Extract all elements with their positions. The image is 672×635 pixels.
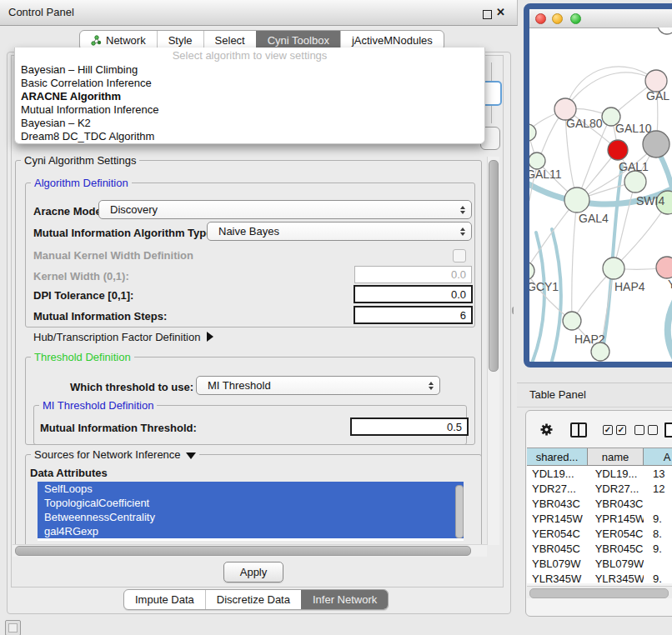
collapse-down-icon <box>186 452 196 459</box>
network-canvas[interactable]: GALGAL80GAL10GAL11GAL1SWI4GAL4GCY1HAP4YH… <box>529 28 672 362</box>
network-node-gal1[interactable] <box>624 171 646 192</box>
mac-minimize-button[interactable] <box>552 13 563 24</box>
network-node-top-right[interactable] <box>658 28 672 34</box>
table-cell: YBR043C <box>527 498 588 510</box>
network-node-label: GAL <box>646 89 669 102</box>
network-node-gal11[interactable] <box>529 152 545 169</box>
kernel-width-field[interactable]: 0.0 <box>354 266 472 283</box>
algorithm-option-bayesian-k2[interactable]: Bayesian – K2 <box>15 117 484 130</box>
cyni-settings-legend: Cyni Algorithm Settings <box>21 154 139 167</box>
table-cell: YPR145W <box>527 512 588 525</box>
table-row[interactable]: YER054CYER054C8. <box>527 526 672 541</box>
checked-column-icon[interactable]: ✓ <box>603 425 613 435</box>
network-node-gal4[interactable] <box>564 188 589 212</box>
table-cell: YBR043C <box>588 498 644 510</box>
table-row[interactable]: YBL079WYBL079W <box>527 556 672 571</box>
tab-infer-network[interactable]: Infer Network <box>301 590 388 609</box>
table-row[interactable]: YBR045CYBR045C9. <box>527 541 672 556</box>
network-node-bottom[interactable] <box>591 342 609 361</box>
attribute-item-selfloops[interactable]: SelfLoops <box>38 482 464 496</box>
table-row[interactable]: YLR345WYLR345W9. <box>527 571 672 583</box>
table-row[interactable]: YDL19...YDL19...13 <box>527 466 672 481</box>
attribute-item-gal4rgexp[interactable]: gal4RGexp <box>38 524 464 538</box>
mi-steps-field[interactable]: 6 <box>354 306 473 324</box>
settings-horizontal-scrollbar-thumb[interactable] <box>15 546 471 556</box>
table-horizontal-scrollbar[interactable] <box>527 586 672 598</box>
mi-algorithm-type-label: Mutual Information Algorithm Type: <box>33 227 216 239</box>
tab-discretize-data[interactable]: Discretize Data <box>205 590 301 609</box>
column-header-a[interactable]: A <box>644 448 672 465</box>
float-panel-icon[interactable] <box>483 10 492 19</box>
aracne-mode-value: Discovery <box>110 203 158 216</box>
mi-algorithm-type-combo[interactable]: Naive Bayes <box>207 222 472 241</box>
tab-label: Infer Network <box>313 593 377 606</box>
table-row[interactable]: YBR043CYBR043C <box>527 496 672 511</box>
table-cell: 8. <box>644 528 672 540</box>
manual-kernel-checkbox[interactable] <box>453 249 466 262</box>
network-node-hap4[interactable] <box>603 258 624 279</box>
algorithm-dropdown-placeholder: Select algorithm to view settings <box>15 48 484 63</box>
attribute-item-topologicalcoefficient[interactable]: TopologicalCoefficient <box>38 496 464 510</box>
apply-button[interactable]: Apply <box>223 562 283 582</box>
tab-label: Cyni Toolbox <box>268 34 329 47</box>
tab-label: Select <box>215 34 245 47</box>
network-node-gray-node[interactable] <box>643 131 669 158</box>
algorithm-option-mutual-information-inference[interactable]: Mutual Information Inference <box>15 103 484 117</box>
which-threshold-label: Which threshold to use: <box>70 381 193 393</box>
mi-threshold-field[interactable]: 0.5 <box>350 418 469 436</box>
sources-legend[interactable]: Sources for Network Inference <box>31 448 199 461</box>
network-node-red-node[interactable] <box>608 140 628 160</box>
algorithm-option-dream8-dc-tdc-algorithm[interactable]: Dream8 DC_TDC Algorithm <box>15 130 484 143</box>
algorithm-option-basic-correlation-inference[interactable]: Basic Correlation Inference <box>15 77 484 90</box>
checked-column-icon[interactable]: ✓ <box>616 425 626 435</box>
aracne-mode-label: Aracne Mode: <box>33 205 105 218</box>
network-window-titlebar[interactable] <box>529 9 672 28</box>
aracne-mode-combo[interactable]: Discovery <box>98 200 472 219</box>
network-node-pink-right[interactable] <box>656 257 672 278</box>
algorithm-option-bayesian-hill-climbing[interactable]: Bayesian – Hill Climbing <box>15 63 484 77</box>
split-columns-icon[interactable] <box>570 422 587 438</box>
table-panel-body: ✓ ✓ shared...nameA YDL19...YDL19...13YDR… <box>525 410 672 617</box>
table-cell: YBR045C <box>527 542 588 555</box>
table-horizontal-scrollbar-thumb[interactable] <box>529 588 669 598</box>
network-node-left-small[interactable] <box>529 124 536 141</box>
table-cell: YDR27... <box>588 482 644 495</box>
table-toolbar: ✓ ✓ <box>526 411 672 448</box>
tab-label: Style <box>168 34 193 47</box>
mac-close-button[interactable] <box>535 13 546 24</box>
network-node-gcy1[interactable] <box>529 262 534 280</box>
column-header-shared[interactable]: shared... <box>527 448 588 465</box>
unchecked-column-icon[interactable] <box>648 425 658 435</box>
table-panel-title: Table Panel <box>529 388 586 401</box>
tab-label: Discretize Data <box>217 593 290 606</box>
column-header-name[interactable]: name <box>588 448 644 465</box>
table-row[interactable]: YDR27...YDR27...12 <box>527 481 672 496</box>
control-panel-title: Control Panel <box>8 6 74 18</box>
dpi-tolerance-label: DPI Tolerance [0,1]: <box>33 289 133 302</box>
settings-vertical-scrollbar-thumb[interactable] <box>489 160 499 372</box>
which-threshold-combo[interactable]: MI Threshold <box>196 376 440 395</box>
unchecked-column-icon[interactable] <box>634 425 644 435</box>
attributes-scrollbar-thumb[interactable] <box>455 485 464 538</box>
mini-panel-button[interactable] <box>5 620 21 635</box>
hub-section-toggle[interactable]: Hub/Transcription Factor Definition <box>33 331 213 343</box>
table-row[interactable]: YPR145WYPR145W9. <box>527 511 672 526</box>
file-icon[interactable] <box>664 422 672 438</box>
network-node-hap2[interactable] <box>563 312 581 330</box>
table-cell: 9. <box>644 512 672 525</box>
attribute-item-betweennesscentrality[interactable]: BetweennessCentrality <box>38 510 464 524</box>
close-panel-icon[interactable]: ✕ <box>496 6 505 18</box>
screen: Control Panel ✕ NetworkStyleSelectCyni T… <box>0 0 672 635</box>
algorithm-option-aracne-algorithm[interactable]: ARACNE Algorithm <box>15 90 484 103</box>
mac-zoom-button[interactable] <box>570 13 581 24</box>
splitter-handle[interactable] <box>512 307 517 314</box>
tab-impute-data[interactable]: Impute Data <box>124 590 205 609</box>
expand-right-icon <box>207 332 213 342</box>
threshold-definition-legend: Threshold Definition <box>31 351 134 363</box>
network-icon <box>91 35 102 46</box>
mi-steps-label: Mutual Information Steps: <box>33 310 167 322</box>
gear-icon[interactable] <box>539 422 554 437</box>
table-cell: YLR345W <box>588 572 644 584</box>
kernel-width-label: Kernel Width (0,1): <box>33 270 129 282</box>
dpi-tolerance-field[interactable]: 0.0 <box>354 285 473 303</box>
